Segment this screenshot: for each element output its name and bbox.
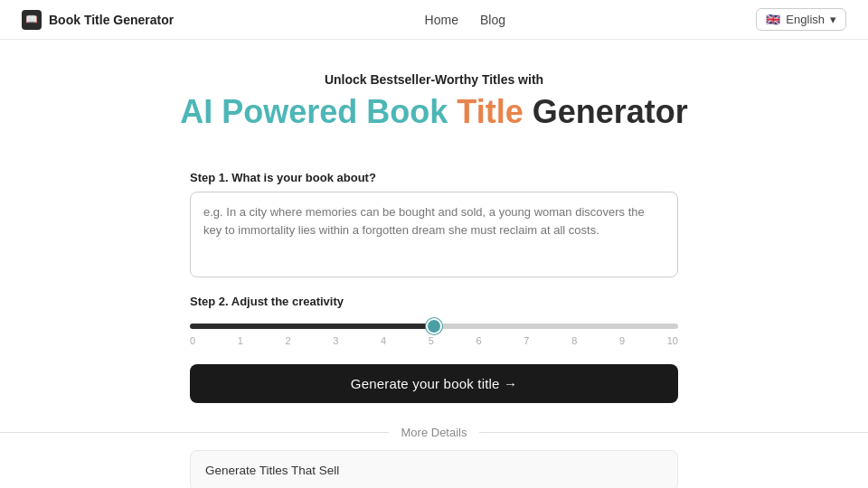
nav-blog[interactable]: Blog bbox=[480, 13, 505, 27]
more-details-divider: More Details bbox=[0, 425, 868, 439]
nav-links: Home Blog bbox=[425, 13, 505, 27]
hero-title-part2: Title bbox=[457, 93, 523, 130]
hero-title-part3: Generator bbox=[524, 93, 688, 130]
brand-icon: 📖 bbox=[22, 10, 42, 30]
navbar: 📖 Book Title Generator Home Blog 🇬🇧 Engl… bbox=[0, 0, 868, 40]
hero-title-part1: AI Powered Book bbox=[180, 93, 457, 130]
lang-label: English bbox=[786, 13, 825, 26]
brand-icon-text: 📖 bbox=[25, 14, 38, 25]
step1-label: Step 1. What is your book about? bbox=[190, 171, 678, 184]
step2-label: Step 2. Adjust the creativity bbox=[190, 295, 678, 308]
hero-title: AI Powered Book Title Generator bbox=[18, 92, 850, 131]
hero-section: Unlock Bestseller-Worthy Titles with AI … bbox=[0, 40, 868, 149]
more-details-label: More Details bbox=[389, 426, 480, 439]
language-selector[interactable]: 🇬🇧 English ▾ bbox=[756, 8, 846, 31]
detail-item-0[interactable]: Generate Titles That Sell bbox=[190, 450, 678, 488]
brand-name: Book Title Generator bbox=[49, 13, 174, 27]
lang-flag: 🇬🇧 bbox=[766, 13, 780, 26]
chevron-down-icon: ▾ bbox=[830, 13, 836, 26]
book-description-input[interactable] bbox=[190, 192, 678, 277]
details-list: Generate Titles That Sell Data-Driven In… bbox=[172, 450, 696, 488]
hero-subtitle: Unlock Bestseller-Worthy Titles with bbox=[18, 72, 850, 87]
slider-container: 0 1 2 3 4 5 6 7 8 9 10 bbox=[190, 317, 678, 346]
nav-home[interactable]: Home bbox=[425, 13, 458, 27]
generate-button[interactable]: Generate your book title → bbox=[190, 364, 678, 403]
brand: 📖 Book Title Generator bbox=[22, 10, 174, 30]
slider-ticks: 0 1 2 3 4 5 6 7 8 9 10 bbox=[190, 335, 678, 346]
form-section: Step 1. What is your book about? Step 2.… bbox=[172, 171, 696, 403]
creativity-slider[interactable] bbox=[190, 324, 678, 329]
